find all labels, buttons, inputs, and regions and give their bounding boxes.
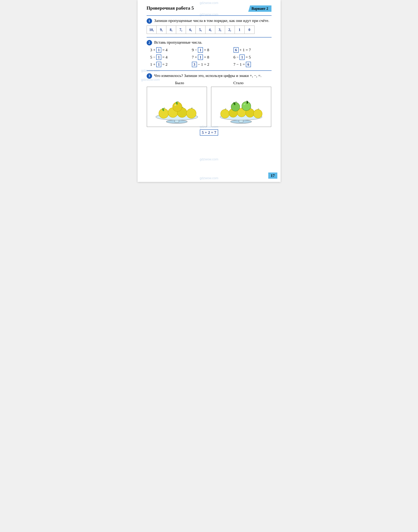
bowl-before-box [147,87,207,127]
eq-8: 3 − 1 = 2 [192,62,230,67]
task3-labels: Было Стало [147,81,272,85]
task-2: 2 Вставь пропущенные числа. 3 + 1 = 4 9 … [147,40,272,67]
seq-cell-9: 1 [235,26,244,34]
task-1: 1 Запиши пропущенные числа в том порядке… [147,18,272,34]
task-2-text: Вставь пропущенные числа. [154,40,202,45]
seq-cell-8: 2, [225,26,235,34]
svg-point-19 [231,103,240,111]
bowl-after-box [211,87,271,127]
eq-4: 5 − 1 = 4 [150,55,188,60]
eq-2: 9 − 1 = 8 [192,47,230,53]
answer-box-1: 1 [156,47,161,53]
eq-3: 6 + 1 = 7 [233,47,272,53]
header: Проверочная работа 5 Вариант 2 [147,5,272,12]
seq-cell-10: 0 [244,26,254,34]
seq-cell-7: 3, [215,26,225,34]
label-before: Было [151,81,208,85]
eq-5: 7 + 1 = 8 [192,55,230,60]
task-2-header: 2 Вставь пропущенные числа. [147,40,272,46]
task-3: 3 Что изменилось? Запиши это, используя … [147,73,272,136]
svg-point-18 [254,109,262,118]
task3-images [147,87,272,127]
label-after: Стало [210,81,267,85]
variant-badge: Вариант 2 [248,5,271,12]
svg-point-7 [186,109,196,118]
answer-box-9: 6 [246,62,251,67]
answer-eq-box: 5 + 2 = 7 [200,129,218,136]
seq-cell-1: 9, [157,26,166,34]
page-title: Проверочная работа 5 [147,5,194,11]
task-2-number: 2 [147,40,152,46]
page: gdzwow.com gdzwow.com gdzwow.com gdzwow.… [138,0,281,182]
task-1-number: 1 [147,18,152,24]
answer-box-3: 6 [233,47,239,53]
task-3-number: 3 [147,73,152,79]
eq-9: 7 − 1 = 6 [233,62,272,67]
bowl-after-svg [213,89,269,125]
bowl-before-svg [149,89,205,125]
divider-1 [147,15,272,16]
divider-3 [147,70,272,71]
eq-7: 1 + 1 = 2 [150,62,188,67]
task-3-header: 3 Что изменилось? Запиши это, используя … [147,73,272,79]
task-1-text: Запиши пропущенные числа в том порядке, … [154,18,269,23]
watermark-6: gdzwow.com [200,158,218,161]
answer-equation: 5 + 2 = 7 [147,129,272,136]
answer-box-2: 1 [198,47,203,53]
eq-6: 6 − 1 = 5 [233,55,272,60]
task-3-text: Что изменилось? Запиши это, используя ци… [154,73,262,79]
answer-box-7: 1 [156,62,161,67]
seq-cell-2: 8, [166,26,176,34]
equations-grid: 3 + 1 = 4 9 − 1 = 8 6 + 1 = 7 5 − 1 = 4 … [150,47,272,67]
svg-point-14 [221,109,229,118]
watermark-1: gdzwow.com [200,1,218,5]
task-1-header: 1 Запиши пропущенные числа в том порядке… [147,18,272,24]
answer-box-8: 3 [192,62,197,67]
seq-cell-3: 7, [176,26,186,34]
answer-box-5: 1 [198,55,203,60]
number-sequence: 10, 9, 8, 7, 6, 5, 4, 3, 2, 1 0 [147,25,255,34]
eq-1: 3 + 1 = 4 [150,47,188,53]
divider-2 [147,37,272,37]
watermark-7: gdzwow.com [200,176,218,180]
svg-point-21 [242,102,251,111]
seq-cell-4: 6, [186,26,196,34]
seq-cell-0: 10, [147,26,157,34]
page-number: 17 [268,173,277,179]
seq-cell-5: 5, [196,26,206,34]
answer-box-6: 1 [240,55,244,60]
seq-cell-6: 4, [206,26,215,34]
answer-box-4: 1 [156,55,161,60]
watermark-2: gdzwow.com [200,13,218,16]
